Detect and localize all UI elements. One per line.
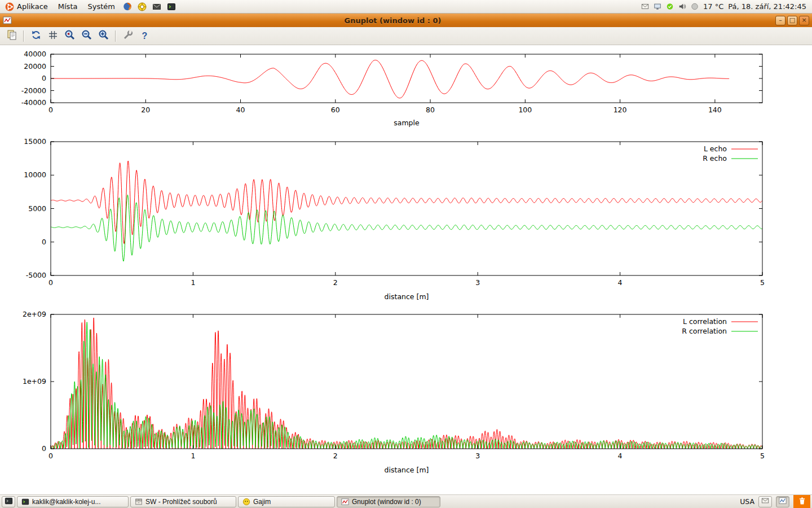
- chart-0: 02040608010012014040000200000-20000-4000…: [21, 50, 762, 127]
- series-r-correlation: [51, 322, 762, 449]
- y-tick-label: 0: [42, 444, 46, 453]
- y-tick-label: -40000: [21, 98, 46, 107]
- help-icon: [138, 2, 147, 11]
- x-tick-label: 100: [518, 106, 532, 114]
- taskbar-window-file-manager[interactable]: SW - Prohlížeč souborů: [130, 496, 236, 507]
- x-tick-label: 2: [333, 452, 338, 460]
- system-tray: 17 °C Pá, 18. září, 21:42:45: [641, 0, 812, 13]
- window-titlebar[interactable]: Gnuplot (window id : 0) – □ ×: [0, 14, 812, 27]
- zoom-previous-icon: [64, 29, 76, 42]
- replot-button[interactable]: [28, 28, 43, 43]
- x-tick-label: 140: [708, 106, 722, 114]
- x-tick-label: 0: [48, 106, 53, 114]
- mail-launcher[interactable]: [149, 0, 164, 13]
- gajim-icon: [242, 498, 250, 506]
- y-tick-label: 10000: [24, 170, 46, 179]
- x-tick-label: 80: [426, 106, 435, 114]
- help-question-icon: ?: [142, 31, 148, 41]
- gnuplot-tray-button[interactable]: [776, 496, 789, 507]
- volume-icon[interactable]: [678, 3, 686, 11]
- legend-label: L echo: [704, 144, 727, 153]
- terminal-icon: [167, 2, 176, 11]
- x-tick-label: 1: [191, 452, 195, 460]
- plot-area: 02040608010012014040000200000-20000-4000…: [0, 45, 812, 494]
- x-tick-label: 2: [333, 278, 338, 287]
- x-tick-label: 1: [191, 278, 195, 287]
- gnuplot-window: Gnuplot (window id : 0) – □ ×: [0, 14, 812, 494]
- y-tick-label: -20000: [21, 86, 46, 95]
- taskbar-window-gajim[interactable]: Gajim: [238, 496, 335, 507]
- y-tick-label: 20000: [24, 62, 46, 71]
- y-tick-label: 40000: [24, 50, 46, 58]
- gnuplot-canvas: 02040608010012014040000200000-20000-4000…: [0, 45, 812, 494]
- zoom-in-button[interactable]: [96, 28, 111, 43]
- legend-label: L correlation: [683, 317, 727, 326]
- taskbar-window-label: kaklik@kaklik-kolej-u...: [32, 498, 101, 506]
- x-axis-label: distance [m]: [385, 292, 429, 301]
- maximize-button[interactable]: □: [787, 16, 797, 25]
- zoom-out-button[interactable]: [79, 28, 94, 43]
- taskbar-window-label: Gnuplot (window id : 0): [352, 498, 421, 506]
- help-launcher[interactable]: [135, 0, 149, 13]
- firefox-launcher[interactable]: [120, 0, 135, 13]
- series-l-echo: [51, 161, 762, 244]
- replot-icon: [30, 29, 42, 42]
- temperature-indicator[interactable]: 17 °C: [703, 2, 723, 11]
- taskbar-window-label: SW - Prohlížeč souborů: [145, 498, 217, 506]
- show-desktop-icon: [5, 497, 13, 507]
- settings-button[interactable]: [120, 28, 135, 43]
- y-tick-label: 0: [42, 238, 46, 246]
- y-tick-label: 2e+09: [23, 310, 46, 318]
- menu-places[interactable]: Místa: [53, 0, 83, 13]
- x-tick-label: 0: [48, 278, 53, 287]
- zoom-previous-button[interactable]: [62, 28, 77, 43]
- weather-icon[interactable]: [691, 3, 699, 11]
- menu-system[interactable]: Systém: [82, 0, 120, 13]
- mail-tray-button[interactable]: [758, 496, 772, 507]
- update-icon[interactable]: [666, 3, 674, 11]
- taskbar-window-label: Gajim: [253, 498, 271, 506]
- file-manager-icon: [135, 498, 143, 506]
- series-chirp: [51, 60, 729, 98]
- menu-applications-label: Aplikace: [17, 2, 48, 11]
- display-icon[interactable]: [654, 3, 661, 11]
- terminal-launcher[interactable]: [164, 0, 179, 13]
- top-panel: Aplikace Místa Systém: [0, 0, 812, 14]
- close-button[interactable]: ×: [799, 16, 809, 25]
- y-tick-label: 15000: [24, 137, 46, 146]
- minimize-button[interactable]: –: [775, 16, 785, 25]
- copy-icon: [6, 29, 17, 42]
- x-tick-label: 4: [618, 452, 623, 460]
- gnuplot-icon: [779, 497, 787, 506]
- trash-button[interactable]: [793, 495, 810, 508]
- copy-button[interactable]: [4, 28, 19, 43]
- series-r-echo: [51, 195, 762, 261]
- x-tick-label: 3: [475, 278, 480, 287]
- clock[interactable]: Pá, 18. září, 21:42:45: [728, 2, 806, 11]
- y-tick-label: 5000: [28, 204, 46, 213]
- taskbar-window-terminal[interactable]: kaklik@kaklik-kolej-u...: [17, 496, 129, 507]
- gnuplot-window-icon: [3, 16, 12, 25]
- toolbar-separator: [23, 30, 24, 42]
- terminal-icon: [21, 498, 29, 506]
- mail-notification-icon[interactable]: [641, 3, 649, 11]
- menu-applications[interactable]: Aplikace: [0, 0, 53, 13]
- taskbar-window-gnuplot[interactable]: Gnuplot (window id : 0): [337, 496, 440, 507]
- plot-border: [51, 314, 762, 449]
- window-title: Gnuplot (window id : 0): [12, 16, 774, 25]
- firefox-icon: [123, 2, 132, 11]
- menu-places-label: Místa: [58, 2, 78, 11]
- keyboard-layout-indicator[interactable]: USA: [740, 497, 754, 506]
- menu-system-label: Systém: [87, 2, 114, 11]
- help-button[interactable]: ?: [137, 28, 152, 43]
- y-tick-label: 0: [42, 74, 46, 82]
- taskbar: kaklik@kaklik-kolej-u... SW - Prohlížeč …: [0, 494, 812, 508]
- trash-icon: [798, 497, 806, 507]
- show-desktop-button[interactable]: [2, 496, 15, 507]
- x-tick-label: 20: [141, 106, 150, 114]
- x-tick-label: 3: [475, 452, 480, 460]
- ubuntu-logo-icon: [5, 2, 14, 11]
- grid-button[interactable]: [45, 28, 60, 43]
- y-tick-label: -5000: [26, 271, 46, 279]
- x-axis-label: sample: [394, 119, 420, 127]
